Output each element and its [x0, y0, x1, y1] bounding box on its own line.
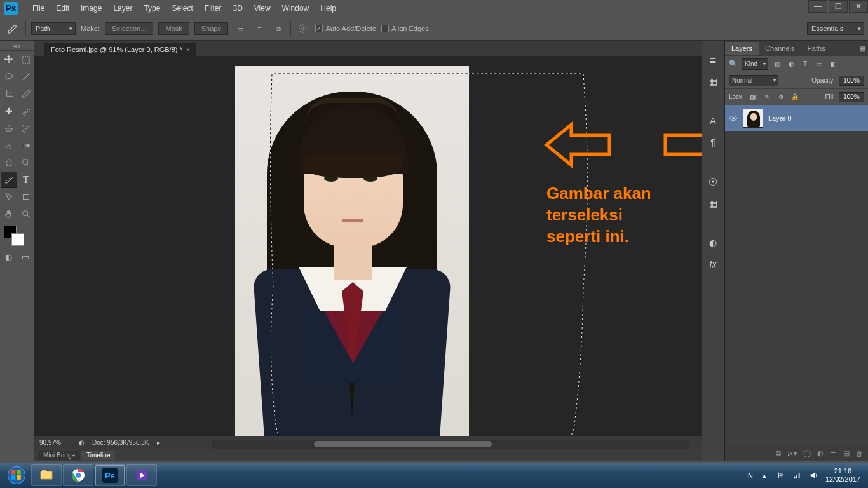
fill-value[interactable]: 100%	[839, 92, 864, 102]
filter-smart-icon[interactable]: ◧	[828, 59, 838, 69]
make-shape-button[interactable]: Shape	[194, 22, 229, 35]
menu-type[interactable]: Type	[138, 1, 166, 15]
menu-layer[interactable]: Layer	[107, 1, 138, 15]
swatches-panel-icon[interactable]: ▦	[707, 197, 719, 210]
horizontal-scrollbar[interactable]	[212, 440, 689, 449]
menu-3d[interactable]: 3D	[227, 1, 248, 15]
lock-transparency-icon[interactable]: ▩	[748, 92, 758, 102]
new-layer-icon[interactable]: ▤	[843, 449, 850, 458]
panel-menu-icon[interactable]: ▤	[859, 44, 865, 53]
tab-timeline[interactable]: Timeline	[81, 451, 115, 460]
menu-window[interactable]: Window	[276, 1, 315, 15]
delete-layer-icon[interactable]: 🗑	[856, 450, 863, 458]
screen-mode-icon[interactable]: ▭	[22, 252, 29, 262]
move-tool-icon[interactable]	[1, 51, 17, 68]
path-alignment-icon[interactable]: ≡	[252, 22, 266, 36]
path-operations-icon[interactable]: ▭	[233, 22, 247, 36]
taskbar-explorer-icon[interactable]	[31, 464, 62, 486]
layer-visibility-icon[interactable]	[729, 114, 738, 123]
clone-stamp-tool-icon[interactable]	[1, 120, 17, 137]
layer-item[interactable]: Layer 0	[725, 105, 868, 131]
adjustments-panel-icon[interactable]: ◐	[707, 236, 719, 249]
menu-edit[interactable]: Edit	[50, 1, 75, 15]
filter-pixel-icon[interactable]: ▧	[772, 59, 782, 69]
tab-channels[interactable]: Channels	[759, 42, 801, 55]
tray-language-indicator[interactable]: IN	[746, 471, 753, 479]
gear-icon[interactable]	[296, 22, 310, 36]
start-button[interactable]	[3, 464, 31, 487]
canvas[interactable]: Gambar akan terseleksi seperti ini. 90,9…	[34, 56, 702, 449]
link-layers-icon[interactable]: ⧉	[776, 449, 781, 458]
zoom-tool-icon[interactable]	[18, 206, 34, 222]
healing-brush-tool-icon[interactable]: ✚	[1, 103, 17, 119]
menu-view[interactable]: View	[248, 1, 276, 15]
styles-panel-icon[interactable]: fx	[707, 258, 719, 271]
rectangle-tool-icon[interactable]	[18, 189, 34, 205]
toolbox-collapse-icon[interactable]: ««	[0, 42, 34, 51]
history-panel-icon[interactable]: ≣	[707, 53, 719, 66]
zoom-slider-icon[interactable]: ◐	[79, 439, 85, 446]
filter-adjustment-icon[interactable]: ◐	[786, 59, 796, 69]
menu-file[interactable]: File	[27, 1, 50, 15]
layer-name-label[interactable]: Layer 0	[768, 114, 792, 122]
actions-panel-icon[interactable]: ▦	[707, 75, 719, 88]
eraser-tool-icon[interactable]	[1, 137, 17, 154]
menu-help[interactable]: Help	[315, 1, 342, 15]
window-minimize-button[interactable]: —	[808, 0, 827, 13]
menu-select[interactable]: Select	[166, 1, 198, 15]
tray-action-center-icon[interactable]: 🏳	[776, 470, 786, 480]
marquee-tool-icon[interactable]	[18, 51, 34, 68]
layer-style-icon[interactable]: fx▾	[787, 449, 797, 458]
tray-clock[interactable]: 21:16 12/02/2017	[825, 467, 860, 484]
new-group-icon[interactable]: 🗀	[830, 450, 837, 458]
type-tool-icon[interactable]: T	[18, 172, 34, 188]
character-panel-icon[interactable]: A	[707, 114, 719, 127]
lock-all-icon[interactable]: 🔒	[790, 92, 800, 102]
document-tab[interactable]: Foto Resmi.jpg @ 91% (Layer 0, RGB/8) * …	[44, 43, 196, 56]
layer-filter-kind-dropdown[interactable]: Kind	[742, 58, 768, 70]
blur-tool-icon[interactable]	[1, 154, 17, 171]
tab-paths[interactable]: Paths	[801, 42, 832, 55]
hand-tool-icon[interactable]	[1, 206, 17, 222]
paragraph-panel-icon[interactable]: ¶	[707, 136, 719, 149]
crop-tool-icon[interactable]	[1, 86, 17, 102]
tool-preset-icon[interactable]	[5, 21, 20, 36]
layer-mask-icon[interactable]: ◯	[803, 449, 811, 458]
lasso-tool-icon[interactable]	[1, 69, 17, 85]
zoom-level[interactable]: 90,97%	[39, 439, 71, 446]
magic-wand-tool-icon[interactable]	[18, 69, 34, 85]
menu-image[interactable]: Image	[75, 1, 107, 15]
lock-image-icon[interactable]: ✎	[762, 92, 772, 102]
dodge-tool-icon[interactable]	[18, 154, 34, 171]
auto-add-delete-checkbox[interactable]: ✓	[315, 25, 323, 32]
tray-show-hidden-icon[interactable]: ▴	[759, 470, 770, 480]
filter-shape-icon[interactable]: ▭	[814, 59, 824, 69]
gradient-tool-icon[interactable]	[18, 137, 34, 154]
color-panel-icon[interactable]	[707, 175, 719, 188]
tab-mini-bridge[interactable]: Mini Bridge	[38, 451, 80, 460]
tray-volume-icon[interactable]	[809, 470, 819, 480]
pen-mode-dropdown[interactable]: Path	[31, 22, 76, 35]
eyedropper-tool-icon[interactable]	[18, 86, 34, 102]
workspace-switcher[interactable]: Essentials	[807, 22, 864, 35]
taskbar-media-player-icon[interactable]	[126, 464, 157, 486]
taskbar-photoshop-icon[interactable]: Ps	[95, 464, 125, 486]
close-tab-icon[interactable]: ×	[186, 46, 190, 53]
background-color-swatch[interactable]	[11, 233, 24, 246]
lock-position-icon[interactable]: ✥	[776, 92, 786, 102]
color-swatches[interactable]	[0, 223, 34, 248]
tray-network-icon[interactable]	[792, 470, 803, 480]
blend-mode-dropdown[interactable]: Normal	[729, 75, 778, 86]
menu-filter[interactable]: Filter	[199, 1, 227, 15]
make-selection-button[interactable]: Selection...	[105, 22, 153, 35]
window-close-button[interactable]: ✕	[849, 0, 868, 13]
taskbar-chrome-icon[interactable]	[63, 464, 93, 486]
history-brush-tool-icon[interactable]	[18, 120, 34, 137]
align-edges-checkbox[interactable]	[381, 25, 389, 32]
opacity-value[interactable]: 100%	[839, 76, 864, 86]
path-arrangement-icon[interactable]: ⧉	[271, 22, 285, 36]
path-selection-tool-icon[interactable]	[1, 189, 17, 205]
layer-thumbnail[interactable]	[743, 109, 763, 128]
make-mask-button[interactable]: Mask	[158, 22, 189, 35]
adjustment-layer-icon[interactable]: ◐	[817, 449, 824, 458]
